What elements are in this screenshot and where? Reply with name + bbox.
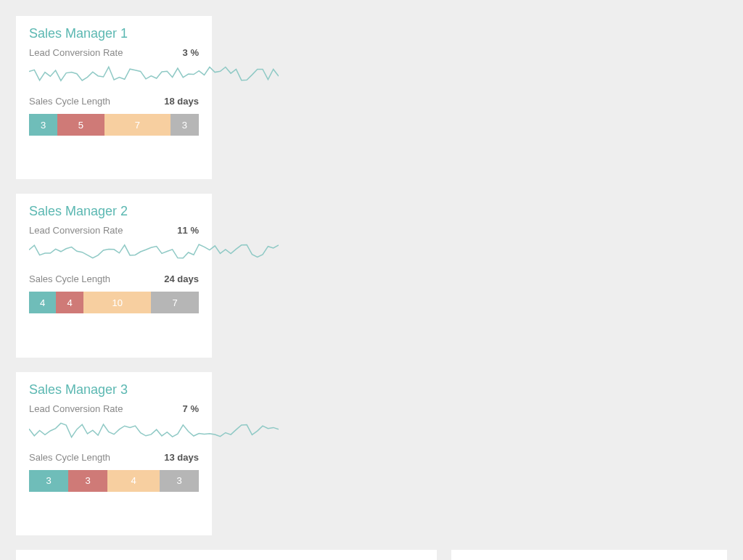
manager-card: Sales Manager 3 Lead Conversion Rate 7 %… [16, 372, 212, 535]
manager-sparkline [29, 240, 279, 263]
lead-conversion-value: 11 % [177, 225, 199, 236]
manager-sparkline [29, 62, 279, 86]
stacked-bar-seg: 3 [29, 114, 57, 136]
manager-stacked-bar: 3343 [29, 470, 199, 492]
lead-conversion-row: Lead Conversion Rate 11 % [29, 225, 199, 236]
stacked-bar-seg: 4 [56, 292, 83, 313]
lead-conversion-row: Lead Conversion Rate 7 % [29, 403, 199, 414]
lead-conversion-row: Lead Conversion Rate 3 % [29, 47, 199, 58]
lead-conversion-label: Lead Conversion Rate [29, 225, 123, 236]
stacked-bar-seg: 3 [160, 470, 199, 492]
sales-cycle-label: Sales Cycle Length [29, 96, 110, 107]
lead-conversion-value: 7 % [183, 403, 199, 414]
sales-cycle-row: Sales Cycle Length 18 days [29, 96, 199, 107]
stacked-bar-seg: 3 [171, 114, 199, 136]
manager-card: Sales Manager 1 Lead Conversion Rate 3 %… [16, 16, 212, 179]
manager-card: Sales Manager 2 Lead Conversion Rate 11 … [16, 194, 212, 357]
managers-column: Sales Manager 1 Lead Conversion Rate 3 %… [16, 16, 212, 535]
sales-funnel-card: Sales Funnel Opportunities 1.475 Proposa… [451, 550, 727, 560]
avg-cycle-card: 18,4 days AVERAGE SALES CYCLE LENGTH W 5… [16, 550, 437, 560]
lead-conversion-value: 3 % [183, 47, 199, 58]
stacked-bar-seg: 3 [29, 470, 68, 492]
manager-title: Sales Manager 2 [29, 204, 199, 219]
sales-cycle-label: Sales Cycle Length [29, 273, 110, 284]
stacked-bar-seg: 3 [68, 470, 107, 492]
manager-sparkline [29, 419, 279, 442]
stacked-bar-seg: 4 [107, 470, 160, 492]
sales-cycle-value: 13 days [164, 452, 199, 463]
stacked-bar-seg: 10 [83, 292, 152, 313]
stacked-bar-seg: 7 [104, 114, 171, 136]
sales-cycle-row: Sales Cycle Length 24 days [29, 273, 199, 284]
lead-conversion-label: Lead Conversion Rate [29, 403, 123, 414]
sales-cycle-row: Sales Cycle Length 13 days [29, 452, 199, 463]
manager-stacked-bar: 3573 [29, 114, 199, 136]
manager-title: Sales Manager 3 [29, 382, 199, 398]
manager-stacked-bar: 44107 [29, 292, 199, 313]
stacked-bar-seg: 7 [151, 292, 199, 313]
stacked-bar-seg: 5 [57, 114, 104, 136]
sales-cycle-label: Sales Cycle Length [29, 452, 110, 463]
stacked-bar-seg: 4 [29, 292, 56, 313]
manager-title: Sales Manager 1 [29, 26, 199, 41]
sales-cycle-value: 24 days [164, 273, 199, 284]
sales-cycle-value: 18 days [164, 96, 199, 107]
lead-conversion-label: Lead Conversion Rate [29, 47, 123, 58]
